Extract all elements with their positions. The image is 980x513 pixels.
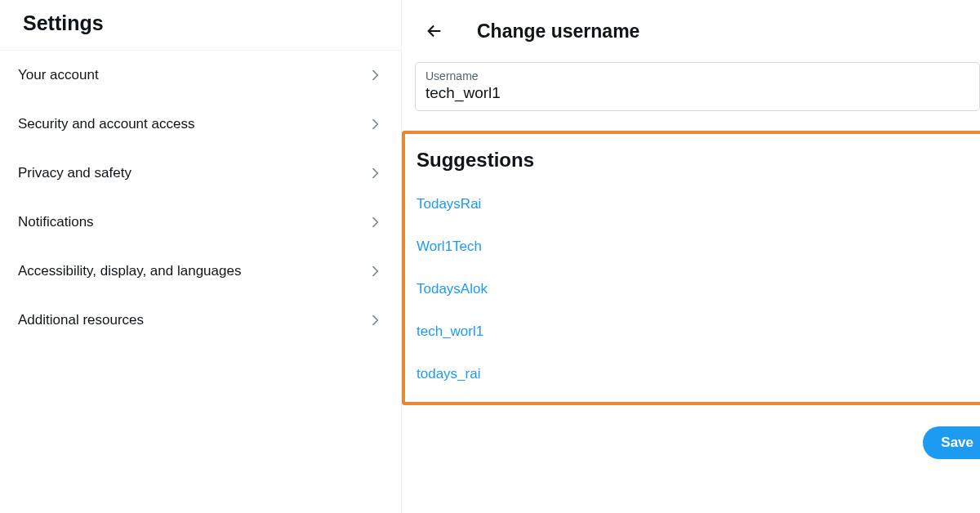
nav-item-label: Privacy and safety — [18, 165, 131, 181]
nav-item-your-account[interactable]: Your account — [0, 50, 401, 100]
chevron-right-icon — [367, 67, 383, 83]
settings-sidebar: Settings Your account Security and accou… — [0, 0, 402, 513]
username-field-wrap: Username — [415, 62, 980, 111]
suggestion-item[interactable]: tech_worl1 — [416, 323, 969, 340]
nav-item-privacy[interactable]: Privacy and safety — [0, 149, 401, 198]
nav-item-notifications[interactable]: Notifications — [0, 198, 401, 247]
nav-item-security[interactable]: Security and account access — [0, 100, 401, 149]
nav-item-label: Security and account access — [18, 116, 194, 132]
chevron-right-icon — [367, 214, 383, 230]
arrow-left-icon — [425, 22, 443, 40]
suggestion-item[interactable]: TodaysRai — [416, 196, 969, 212]
nav-item-accessibility[interactable]: Accessibility, display, and languages — [0, 247, 401, 296]
nav-item-label: Notifications — [18, 214, 94, 230]
suggestions-title: Suggestions — [416, 149, 969, 172]
settings-nav: Your account Security and account access… — [0, 50, 401, 345]
chevron-right-icon — [367, 263, 383, 279]
back-button[interactable] — [420, 16, 449, 46]
chevron-right-icon — [367, 165, 383, 181]
suggestion-item[interactable]: Worl1Tech — [416, 239, 969, 255]
nav-item-label: Your account — [18, 67, 99, 83]
suggestions-highlight: Suggestions TodaysRai Worl1Tech TodaysAl… — [402, 131, 980, 405]
chevron-right-icon — [367, 116, 383, 132]
page-title: Change username — [477, 20, 639, 42]
nav-item-label: Accessibility, display, and languages — [18, 263, 241, 279]
username-field[interactable]: Username — [415, 62, 980, 111]
sidebar-header: Settings — [0, 0, 401, 50]
chevron-right-icon — [367, 312, 383, 328]
nav-item-label: Additional resources — [18, 312, 144, 328]
suggestion-item[interactable]: TodaysAlok — [416, 281, 969, 297]
save-row: Save — [402, 405, 980, 459]
username-input[interactable] — [425, 84, 969, 102]
suggestion-item[interactable]: todays_rai — [416, 366, 969, 382]
nav-item-additional-resources[interactable]: Additional resources — [0, 296, 401, 345]
main-panel: Change username Username Suggestions Tod… — [402, 0, 980, 513]
main-header: Change username — [402, 5, 980, 62]
save-button[interactable]: Save — [923, 426, 980, 459]
settings-title: Settings — [23, 11, 386, 35]
username-label: Username — [425, 69, 969, 83]
